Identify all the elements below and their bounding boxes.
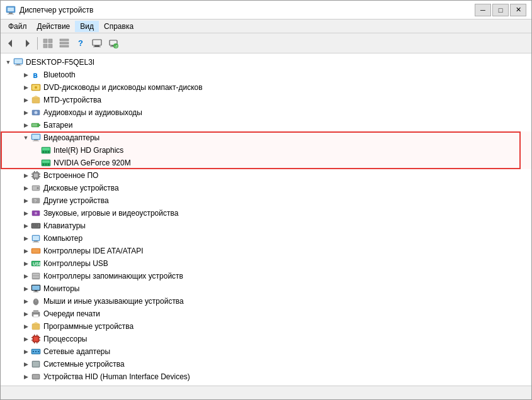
svg-rect-82 (33, 274, 39, 275)
svg-rect-39 (33, 141, 39, 142)
svg-rect-1 (8, 8, 14, 11)
toggle[interactable]: ▶ (21, 233, 31, 243)
toggle[interactable]: ▶ (21, 196, 31, 206)
svg-rect-10 (60, 39, 69, 41)
window-icon (6, 5, 16, 15)
tree-item-nvidia[interactable]: ▶ NVIDIA GeForce 920M (1, 157, 531, 169)
item-label: Мониторы (43, 284, 79, 293)
minimize-button[interactable]: ─ (475, 4, 491, 16)
tree-item-monitors[interactable]: ▶ Мониторы (1, 282, 531, 295)
toggle[interactable]: ▶ (21, 284, 31, 294)
svg-rect-86 (35, 291, 37, 292)
tree-item-computer[interactable]: ▶ Компьютер (1, 232, 531, 245)
menu-help[interactable]: Справка (99, 21, 139, 32)
tree-item-ide[interactable]: ▶ Контроллеры IDE ATA/ATAPI (1, 245, 531, 257)
svg-rect-70 (35, 225, 36, 225)
tree-item-mouse[interactable]: ▶ Мыши и иные указывающие устройства (1, 295, 531, 308)
svg-rect-108 (35, 351, 37, 352)
tree-item-keyboard[interactable]: ▶ Клавиатуры (1, 219, 531, 232)
item-label: Контроллеры USB (43, 259, 108, 268)
device-manager-window: Диспетчер устройств ─ □ ✕ Файл Действие … (0, 0, 532, 400)
toggle[interactable]: ▶ (21, 271, 31, 281)
svg-rect-104 (37, 342, 38, 343)
menu-view[interactable]: Вид (75, 21, 99, 32)
tree-item-other[interactable]: ▶ ? Другие устройства (1, 194, 531, 207)
toolbar-btn-4[interactable]: ↺ (106, 36, 121, 51)
toggle[interactable]: ▶ (21, 95, 31, 105)
tree-item-firmware[interactable]: ▶ Встроенное ПО (1, 169, 531, 182)
svg-point-28 (35, 86, 37, 89)
svg-rect-56 (34, 171, 35, 172)
toolbar-btn-2[interactable] (57, 36, 72, 51)
tree-item-print[interactable]: ▶ Очереди печати (1, 308, 531, 320)
toggle[interactable]: ▶ (21, 321, 31, 331)
tree-item-usb[interactable]: ▶ USB Контроллеры USB (1, 257, 531, 270)
tree-item-battery[interactable]: ▶ Батареи (1, 119, 531, 131)
toolbar-btn-1[interactable] (40, 36, 55, 51)
svg-rect-55 (39, 176, 40, 177)
tree-item-cpu[interactable]: ▶ Процессоры (1, 333, 531, 345)
help-button[interactable]: ? (73, 36, 88, 51)
audio-icon (31, 108, 41, 118)
toggle[interactable]: ▶ (21, 372, 31, 382)
tree-item-mtd[interactable]: ▶ MTD-устройства (1, 94, 531, 106)
toggle[interactable]: ▼ (21, 133, 31, 143)
item-label: Другие устройства (43, 196, 109, 205)
tree-item-diskdrives[interactable]: ▶ Дисковые устройства (1, 182, 531, 194)
toggle[interactable]: ▶ (21, 108, 31, 118)
tree-item-display[interactable]: ▼ Видеоадаптеры (1, 131, 531, 144)
root-toggle[interactable]: ▼ (3, 57, 13, 67)
tree-item-software[interactable]: ▶ Программные устройства (1, 320, 531, 333)
device-tree[interactable]: ▼ DESKTOP-F5QEL3I ▶ (1, 53, 531, 386)
tree-item-system[interactable]: ▶ Системные устройства (1, 358, 531, 370)
svg-rect-93 (32, 324, 40, 330)
forward-button[interactable] (20, 36, 35, 51)
toggle[interactable]: ▶ (21, 170, 31, 181)
tree-item-audio[interactable]: ▶ Аудиовходы и аудиовыходы (1, 106, 531, 119)
tree-root[interactable]: ▼ DESKTOP-F5QEL3I (1, 56, 531, 69)
menu-file[interactable]: Файл (3, 21, 32, 32)
svg-rect-98 (31, 340, 33, 341)
item-label: Очереди печати (43, 309, 100, 318)
toggle[interactable]: ▶ (21, 296, 31, 306)
toggle[interactable]: ▶ (21, 183, 31, 193)
menu-action[interactable]: Действие (32, 21, 76, 32)
toggle[interactable]: ▶ (21, 221, 31, 231)
svg-rect-71 (37, 225, 38, 225)
usb-icon: USB (31, 258, 41, 269)
svg-rect-38 (34, 140, 38, 141)
svg-rect-91 (33, 310, 38, 313)
tree-item-sound[interactable]: ▶ Звуковые, игровые и видеоустройства (1, 207, 531, 219)
toggle[interactable]: ▶ (21, 359, 31, 369)
toggle[interactable]: ▶ (21, 70, 31, 80)
svg-rect-92 (33, 314, 38, 317)
svg-rect-103 (34, 342, 35, 343)
tree-item-hid[interactable]: ▶ Устройства HID (Human Interface Device… (1, 370, 531, 383)
item-label: DVD-дисководы и дисководы компакт-дисков (43, 83, 203, 92)
toggle[interactable]: ▶ (21, 246, 31, 256)
item-label: Компьютер (43, 234, 82, 243)
toolbar-btn-3[interactable] (89, 36, 105, 51)
tree-item-bluetooth[interactable]: ▶ ʙ Bluetooth (1, 69, 531, 81)
tree-item-storage-ctrl[interactable]: ▶ Контроллеры запоминающих устройств (1, 270, 531, 282)
tree-item-dvd[interactable]: ▶ DVD-дисководы и дисководы компакт-диск… (1, 81, 531, 94)
svg-rect-35 (32, 124, 37, 126)
svg-rect-44 (48, 151, 49, 153)
item-label: Батареи (43, 121, 72, 130)
back-button[interactable] (3, 36, 18, 51)
item-label: Процессоры (43, 335, 88, 343)
tree-item-network[interactable]: ▶ Сетевые адаптеры (1, 345, 531, 358)
close-button[interactable]: ✕ (510, 4, 526, 16)
svg-rect-74 (33, 236, 39, 240)
root-label: DESKTOP-F5QEL3I (26, 58, 94, 67)
toggle[interactable]: ▶ (21, 309, 31, 319)
toggle[interactable]: ▶ (21, 120, 31, 130)
toggle[interactable]: ▶ (21, 82, 31, 92)
toggle[interactable]: ▶ (21, 347, 31, 357)
tree-item-intel[interactable]: ▶ Intel(R) HD Graphics (1, 144, 531, 157)
toggle[interactable]: ▶ (21, 258, 31, 269)
toggle[interactable]: ▶ (21, 208, 31, 218)
maximize-button[interactable]: □ (492, 4, 509, 16)
printer-icon (31, 309, 41, 319)
toggle[interactable]: ▶ (21, 334, 31, 344)
